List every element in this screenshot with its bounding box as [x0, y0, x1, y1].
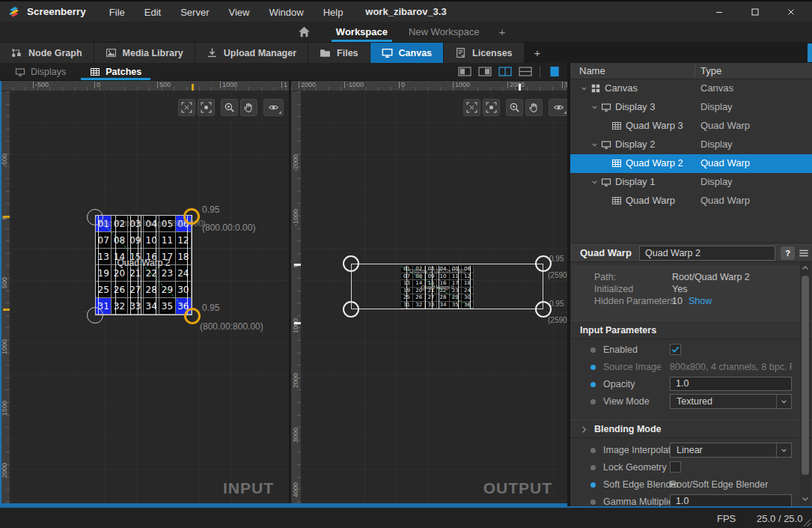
fit-selection-icon[interactable]	[198, 99, 215, 116]
toolbar-tab-upload-manager[interactable]: Upload Manager	[195, 43, 308, 63]
menu-view[interactable]: View	[219, 7, 259, 18]
output-vertical-ruler: -2000-100001000200030004000	[291, 91, 302, 503]
inspector-scrollbar[interactable]	[800, 262, 811, 505]
toolbar-tab-node-graph[interactable]: Node Graph	[0, 43, 94, 63]
fit-view-icon[interactable]	[178, 99, 195, 116]
home-icon[interactable]	[298, 25, 311, 38]
toolbar-tab-canvas[interactable]: Canvas	[370, 43, 443, 63]
toolbar-tab-files[interactable]: Files	[308, 43, 370, 63]
output-canvas-panel[interactable]: 2000-10000100020003 -2000-10000100020003…	[291, 81, 567, 503]
pan-hand-icon[interactable]	[240, 99, 257, 116]
workspace-tab-workspace[interactable]: Workspace	[326, 22, 398, 42]
output-handle-bottom-left[interactable]	[343, 301, 359, 318]
param-label: Source Image	[603, 362, 662, 372]
fit-selection-icon[interactable]	[483, 99, 500, 116]
tree-row-quad-warp-3[interactable]: Quad Warp 3Quad Warp	[570, 117, 812, 136]
layout-split-icon[interactable]	[498, 66, 512, 77]
info-label: Path:	[594, 272, 616, 282]
tree-column-divider[interactable]	[695, 64, 695, 78]
dropdown[interactable]: Linear	[670, 443, 792, 458]
chevron-down-icon[interactable]	[590, 103, 599, 112]
input-parameters-section[interactable]: Input Parameters	[570, 321, 812, 339]
input-canvas-panel[interactable]: -500050010001 -5000500100015002000 01020…	[0, 81, 289, 503]
maximize-icon[interactable]	[737, 1, 773, 22]
licenses-icon	[455, 47, 466, 58]
warp-handle-top-right[interactable]	[183, 208, 200, 225]
toolbar-tab-label: Upload Manager	[224, 48, 296, 58]
visibility-icon[interactable]	[263, 99, 284, 116]
output-handle-top-right[interactable]	[535, 255, 552, 272]
param-label: View Mode	[603, 396, 650, 407]
toolbar-tab-licenses[interactable]: Licenses	[444, 43, 524, 63]
ruler-label: 0	[399, 82, 405, 88]
output-canvas-toolbar	[463, 99, 567, 116]
scroll-down-icon[interactable]	[801, 494, 810, 503]
input-canvas-toolbar	[178, 99, 284, 116]
add-workspace-button[interactable]: +	[489, 25, 514, 38]
dropdown[interactable]: Textured	[670, 394, 792, 409]
chevron-down-icon[interactable]	[580, 85, 588, 93]
menu-window[interactable]: Window	[259, 7, 313, 18]
tree-row-quad-warp[interactable]: Quad WarpQuad Warp	[570, 192, 812, 210]
scroll-up-icon[interactable]	[801, 264, 810, 273]
menu-edit[interactable]: Edit	[135, 7, 171, 18]
ruler-label: 4000	[292, 482, 299, 497]
text-input[interactable]: 1.0	[670, 377, 792, 391]
menu-file[interactable]: File	[100, 7, 135, 18]
node-name-input[interactable]: Quad Warp 2	[639, 246, 775, 261]
ruler-marker	[294, 264, 301, 266]
menu-help[interactable]: Help	[314, 7, 353, 18]
tree-row-display-1[interactable]: Display 1Display	[570, 173, 812, 192]
tree-node-name: Display 2	[615, 139, 655, 150]
checkbox[interactable]	[670, 344, 681, 355]
layout-stack-icon[interactable]	[519, 66, 532, 77]
side-panel-icon[interactable]	[548, 66, 561, 77]
show-hidden-link[interactable]: Show	[689, 296, 712, 306]
pattern-cell: 10	[144, 232, 159, 249]
inspector-info: Path:Root/Quad Warp 2InitializedYesHidde…	[572, 265, 811, 321]
tree-header: Name Type	[570, 63, 812, 79]
visibility-icon[interactable]	[549, 99, 567, 116]
info-value: Root/Quad Warp 2	[672, 272, 750, 282]
workspace-tab-new-workspace[interactable]: New Workspace	[398, 22, 489, 42]
tree-row-canvas[interactable]: CanvasCanvas	[570, 79, 812, 98]
pan-hand-icon[interactable]	[525, 99, 543, 116]
blue-connector-dot-icon	[590, 382, 596, 387]
node-tree-and-inspector-panel: Name Type CanvasCanvasDisplay 3DisplayQu…	[570, 63, 812, 506]
help-button[interactable]: ?	[781, 246, 795, 260]
minimize-icon[interactable]	[701, 1, 737, 22]
output-handle-bottom-right[interactable]	[535, 301, 552, 318]
add-panel-button[interactable]: +	[525, 43, 551, 63]
blending-mode-section[interactable]: Blending Mode	[570, 419, 812, 438]
layout-left-icon[interactable]	[458, 66, 471, 77]
tree-node-type: Canvas	[700, 82, 733, 94]
zoom-in-icon[interactable]	[221, 99, 238, 116]
tree-row-quad-warp-2[interactable]: Quad Warp 2Quad Warp	[570, 154, 812, 173]
fit-view-icon[interactable]	[463, 99, 480, 116]
zoom-in-icon[interactable]	[506, 99, 523, 116]
toolbar-tab-label: Files	[337, 48, 358, 58]
toolbar-tab-media-library[interactable]: Media Library	[94, 43, 195, 63]
tree-row-display-3[interactable]: Display 3Display	[570, 98, 812, 117]
document-title: work_zibarov_3.3	[365, 6, 446, 17]
text-input[interactable]: 1.0	[670, 494, 792, 506]
ruler-label: 1000	[453, 82, 470, 88]
warp-handle-bottom-left[interactable]	[87, 307, 103, 324]
pattern-cell: 35	[159, 298, 175, 315]
chevron-down-icon[interactable]	[590, 178, 599, 186]
warp-handle-top-left[interactable]	[87, 209, 103, 225]
checkbox[interactable]	[670, 461, 681, 473]
handle-value-label: 0.95	[549, 300, 564, 308]
subtab-displays[interactable]: Displays	[6, 63, 75, 80]
tree-row-display-2[interactable]: Display 2Display	[570, 136, 812, 154]
subtab-patches[interactable]: Patches	[81, 63, 150, 80]
scrollbar-thumb[interactable]	[802, 276, 809, 475]
menu-server[interactable]: Server	[171, 7, 219, 18]
hamburger-menu-icon[interactable]	[798, 247, 810, 259]
chevron-down-icon[interactable]	[590, 141, 599, 149]
output-handle-top-left[interactable]	[343, 255, 359, 272]
warp-handle-bottom-right[interactable]	[184, 308, 201, 324]
close-icon[interactable]	[773, 1, 809, 22]
layout-right-icon[interactable]	[478, 66, 492, 77]
chevron-right-icon[interactable]	[579, 425, 589, 434]
